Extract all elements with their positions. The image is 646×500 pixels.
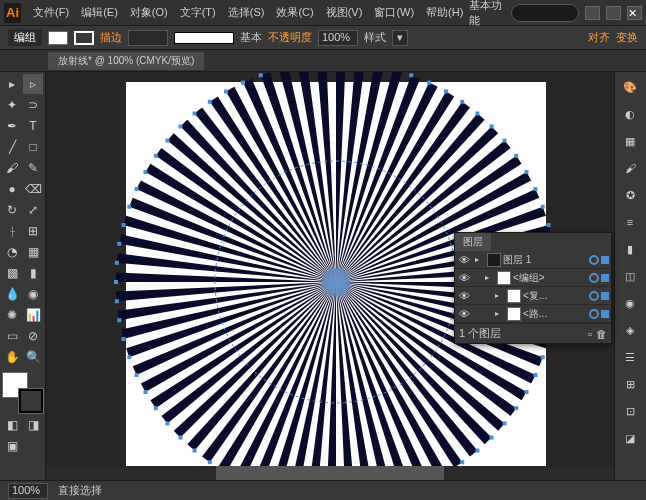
opacity-label[interactable]: 不透明度 [268,30,312,45]
menu-object[interactable]: 对象(O) [124,5,174,20]
pencil-tool[interactable]: ✎ [23,158,43,178]
draw-mode[interactable]: ◨ [23,415,43,435]
workspace-switcher[interactable]: 基本功能 [469,0,505,28]
selection-tool[interactable]: ▸ [2,74,22,94]
delete-layer-icon[interactable]: 🗑 [596,328,607,340]
zoom-tool[interactable]: 🔍 [23,347,43,367]
blend-tool[interactable]: ◉ [23,284,43,304]
appearance-panel-icon[interactable]: ◉ [618,291,642,315]
shape-builder-tool[interactable]: ◔ [2,242,22,262]
color-panel-icon[interactable]: 🎨 [618,75,642,99]
lasso-tool[interactable]: ⊃ [23,95,43,115]
minimize-button[interactable] [585,6,600,20]
transform-panel-icon[interactable]: ⊡ [618,399,642,423]
horizontal-scrollbar[interactable] [46,466,614,480]
document-tab[interactable]: 放射线* @ 100% (CMYK/预览) [48,52,204,70]
brush-tool[interactable]: 🖌 [2,158,22,178]
stroke-swatch[interactable] [74,31,94,45]
expand-arrow[interactable]: ▸ [475,255,485,264]
swatches-panel-icon[interactable]: ▦ [618,129,642,153]
layer-name[interactable]: 图层 1 [503,253,587,267]
menu-edit[interactable]: 编辑(E) [75,5,124,20]
menu-effect[interactable]: 效果(C) [270,5,319,20]
menu-view[interactable]: 视图(V) [320,5,369,20]
layer-row[interactable]: 👁 ▸ <复... [455,287,611,305]
target-icon[interactable] [589,255,599,265]
line-tool[interactable]: ╱ [2,137,22,157]
target-icon[interactable] [589,273,599,283]
layer-name[interactable]: <编组> [513,271,587,285]
scale-tool[interactable]: ⤢ [23,200,43,220]
slice-tool[interactable]: ⊘ [23,326,43,346]
pen-tool[interactable]: ✒ [2,116,22,136]
stroke-label[interactable]: 描边 [100,30,122,45]
visibility-toggle[interactable]: 👁 [457,290,471,302]
menu-window[interactable]: 窗口(W) [368,5,420,20]
layer-row[interactable]: 👁 ▸ <编组> [455,269,611,287]
maximize-button[interactable] [606,6,621,20]
layers-panel-icon[interactable]: ☰ [618,345,642,369]
color-mode[interactable]: ◧ [2,415,22,435]
type-tool[interactable]: T [23,116,43,136]
perspective-tool[interactable]: ▦ [23,242,43,262]
style-dropdown[interactable]: ▾ [392,30,408,46]
layer-name[interactable]: <复... [523,289,587,303]
new-layer-icon[interactable]: ▫ [588,328,592,340]
stroke-color[interactable] [18,388,44,414]
graph-tool[interactable]: 📊 [23,305,43,325]
screen-mode[interactable]: ▣ [2,436,22,456]
eraser-tool[interactable]: ⌫ [23,179,43,199]
free-transform-tool[interactable]: ⊞ [23,221,43,241]
rectangle-tool[interactable]: □ [23,137,43,157]
expand-arrow[interactable]: ▸ [485,273,495,282]
menu-select[interactable]: 选择(S) [222,5,271,20]
layer-name[interactable]: <路... [523,307,587,321]
close-button[interactable]: ✕ [627,6,642,20]
color-guide-icon[interactable]: ◐ [618,102,642,126]
mesh-tool[interactable]: ▩ [2,263,22,283]
align-panel-icon[interactable]: ⊞ [618,372,642,396]
svg-rect-40 [121,223,125,227]
transform-button[interactable]: 变换 [616,30,638,45]
magic-wand-tool[interactable]: ✦ [2,95,22,115]
layer-row[interactable]: 👁 ▸ <路... [455,305,611,323]
opacity-input[interactable]: 100% [318,30,358,46]
visibility-toggle[interactable]: 👁 [457,272,471,284]
stroke-panel-icon[interactable]: ≡ [618,210,642,234]
visibility-toggle[interactable]: 👁 [457,254,471,266]
stroke-weight-input[interactable] [128,30,168,46]
align-button[interactable]: 对齐 [588,30,610,45]
pathfinder-panel-icon[interactable]: ◪ [618,426,642,450]
target-icon[interactable] [589,291,599,301]
symbols-panel-icon[interactable]: ✪ [618,183,642,207]
brushes-panel-icon[interactable]: 🖌 [618,156,642,180]
layer-row[interactable]: 👁 ▸ 图层 1 [455,251,611,269]
width-tool[interactable]: ⟊ [2,221,22,241]
target-icon[interactable] [589,309,599,319]
graphic-styles-icon[interactable]: ◈ [618,318,642,342]
zoom-level[interactable]: 100% [8,483,48,499]
expand-arrow[interactable]: ▸ [495,291,505,300]
search-input[interactable] [511,4,579,22]
layers-tab[interactable]: 图层 [455,233,491,251]
menu-type[interactable]: 文字(T) [174,5,222,20]
gradient-panel-icon[interactable]: ▮ [618,237,642,261]
menu-bar: Ai 文件(F) 编辑(E) 对象(O) 文字(T) 选择(S) 效果(C) 视… [0,0,646,26]
symbol-sprayer-tool[interactable]: ✺ [2,305,22,325]
fill-stroke-control[interactable] [2,372,44,414]
eyedropper-tool[interactable]: 💧 [2,284,22,304]
svg-rect-65 [503,139,507,143]
rotate-tool[interactable]: ↻ [2,200,22,220]
menu-help[interactable]: 帮助(H) [420,5,469,20]
stroke-profile[interactable] [174,32,234,44]
menu-file[interactable]: 文件(F) [27,5,75,20]
fill-swatch[interactable] [48,31,68,45]
blob-brush-tool[interactable]: ● [2,179,22,199]
visibility-toggle[interactable]: 👁 [457,308,471,320]
gradient-tool[interactable]: ▮ [23,263,43,283]
transparency-panel-icon[interactable]: ◫ [618,264,642,288]
artboard-tool[interactable]: ▭ [2,326,22,346]
hand-tool[interactable]: ✋ [2,347,22,367]
expand-arrow[interactable]: ▸ [495,309,505,318]
direct-selection-tool[interactable]: ▹ [23,74,43,94]
